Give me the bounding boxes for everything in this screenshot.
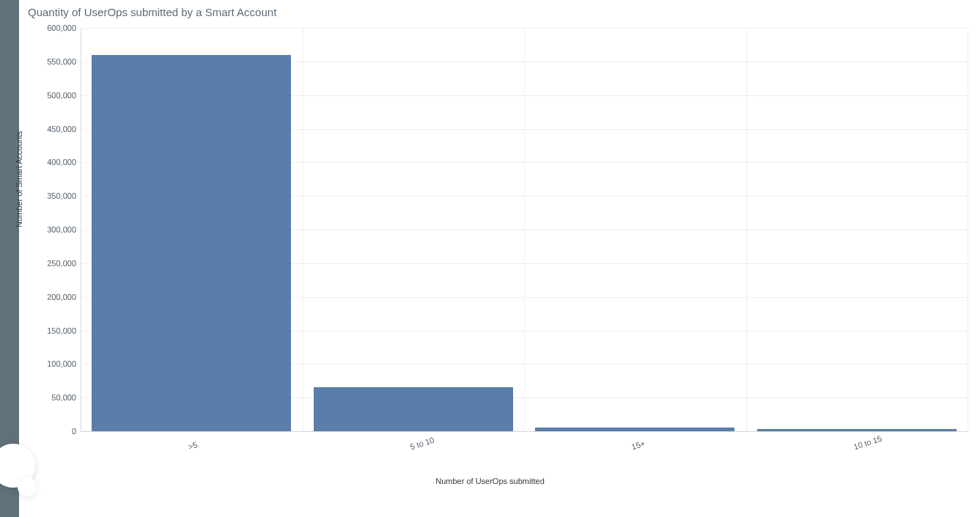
x-tick-label: 10 to 15 bbox=[852, 434, 883, 452]
y-tick-label: 350,000 bbox=[34, 191, 76, 200]
y-tick-label: 150,000 bbox=[34, 326, 76, 335]
y-tick-label: 50,000 bbox=[34, 393, 76, 402]
left-sidebar-stub bbox=[0, 0, 19, 517]
bar[interactable] bbox=[757, 429, 957, 431]
bar[interactable] bbox=[92, 55, 291, 431]
chat-bubble-tail bbox=[18, 477, 37, 496]
y-tick-label: 600,000 bbox=[34, 23, 76, 32]
y-tick-label: 450,000 bbox=[34, 125, 76, 133]
y-tick-label: 400,000 bbox=[34, 158, 76, 166]
y-tick-label: 300,000 bbox=[34, 225, 76, 234]
y-tick-label: 0 bbox=[34, 427, 76, 436]
y-axis-label: Number of Smart Accounts bbox=[15, 131, 23, 227]
x-axis-label: Number of UserOps submitted bbox=[0, 477, 980, 485]
y-tick-label: 100,000 bbox=[34, 359, 76, 368]
x-tick-label: 15+ bbox=[630, 439, 646, 451]
vgridline bbox=[968, 28, 968, 431]
y-tick-label: 550,000 bbox=[34, 57, 76, 66]
bar[interactable] bbox=[535, 428, 734, 431]
y-tick-label: 500,000 bbox=[34, 91, 76, 100]
chart-title: Quantity of UserOps submitted by a Smart… bbox=[28, 6, 276, 18]
plot-area bbox=[81, 28, 968, 431]
bar[interactable] bbox=[314, 387, 513, 431]
y-tick-label: 200,000 bbox=[34, 293, 76, 301]
vgridline bbox=[746, 28, 747, 431]
vgridline bbox=[303, 28, 303, 431]
y-tick-label: 250,000 bbox=[34, 259, 76, 268]
vgridline bbox=[524, 28, 525, 431]
gridline bbox=[81, 431, 968, 432]
x-tick-label: >5 bbox=[187, 440, 199, 451]
chat-bubble-icon[interactable] bbox=[0, 444, 35, 488]
chart-page: Quantity of UserOps submitted by a Smart… bbox=[0, 0, 980, 517]
x-tick-label: 5 to 10 bbox=[409, 436, 435, 452]
